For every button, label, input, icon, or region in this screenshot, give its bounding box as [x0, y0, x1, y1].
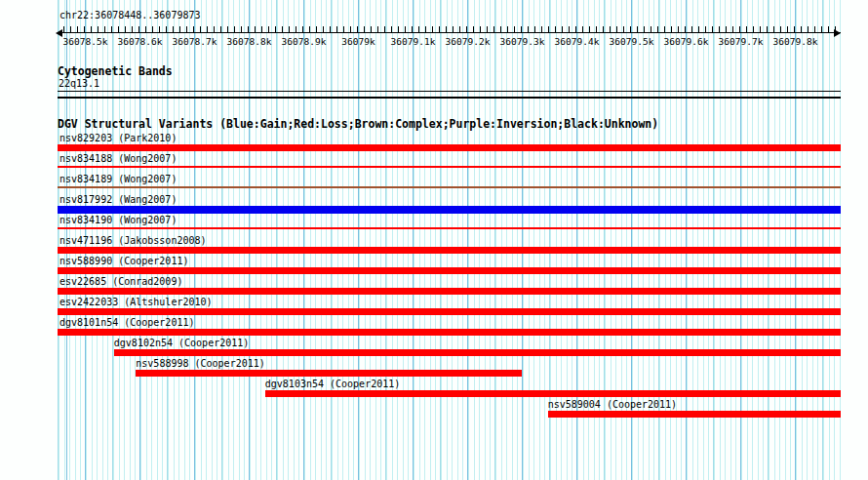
ruler-tick — [582, 26, 583, 33]
region-label: chr22:36078448..36079873 — [59, 10, 201, 20]
ruler-tick — [780, 26, 781, 33]
cytogenetic-band-bar[interactable] — [58, 91, 841, 92]
ruler-tick — [296, 26, 296, 33]
ruler-tick — [767, 26, 768, 33]
variant-bar[interactable] — [58, 144, 841, 151]
variant-label[interactable]: dgv8102n54 (Cooper2011) — [114, 338, 249, 348]
ruler-tick — [589, 26, 590, 33]
ruler-tick — [821, 26, 822, 33]
variant-bar[interactable] — [58, 329, 841, 336]
variant-bar[interactable] — [265, 390, 841, 397]
ruler-tick — [808, 26, 809, 33]
ruler-tick — [541, 26, 542, 33]
ruler-tick — [371, 26, 372, 33]
ruler-tick — [214, 26, 215, 33]
variant-bar[interactable] — [58, 308, 841, 315]
ruler-tick — [384, 26, 385, 33]
ruler-tick — [753, 26, 754, 33]
ruler-tick — [439, 26, 440, 33]
cytogenetic-band-label[interactable]: 22q13.1 — [59, 78, 99, 89]
variant-label[interactable]: nsv471196 (Jakobsson2008) — [59, 235, 207, 246]
ruler-tick — [302, 26, 303, 33]
ruler-tick — [493, 26, 494, 33]
ruler-tick — [118, 26, 119, 33]
ruler-tick — [698, 26, 699, 33]
ruler-tick — [616, 26, 617, 33]
ruler-tick-label: 36079.3k — [500, 36, 545, 47]
ruler-tick — [336, 26, 337, 33]
ruler-tick — [220, 26, 221, 33]
variant-bar[interactable] — [58, 206, 841, 214]
ruler-tick — [521, 26, 522, 33]
ruler-tick-label: 36079.1k — [391, 36, 436, 47]
variant-bar[interactable] — [114, 349, 841, 356]
variant-bar[interactable] — [58, 247, 841, 254]
ruler-tick — [671, 26, 672, 33]
ruler-tick — [487, 26, 488, 33]
variant-label[interactable]: dgv8101n54 (Cooper2011) — [59, 317, 194, 328]
ruler-tick — [357, 26, 358, 33]
ruler-tick — [760, 26, 761, 33]
ruler-tick — [630, 26, 631, 33]
ruler-tick — [316, 26, 317, 33]
variant-bar[interactable] — [58, 227, 841, 229]
ruler-tick — [787, 26, 788, 33]
variant-label[interactable]: dgv8103n54 (Cooper2011) — [265, 379, 400, 389]
ruler-tick — [664, 26, 665, 33]
variant-bar[interactable] — [58, 166, 841, 168]
ruler-tick-label: 36079.4k — [555, 36, 600, 47]
ruler-tick — [425, 26, 426, 33]
variant-label[interactable]: nsv834190 (Wong2007) — [59, 215, 177, 225]
variant-label[interactable]: nsv588990 (Cooper2011) — [59, 256, 188, 266]
ruler-tick — [268, 26, 269, 33]
ruler-tick — [138, 26, 139, 33]
ruler-tick — [637, 26, 638, 33]
variant-label[interactable]: esv22685 (Conrad2009) — [59, 276, 182, 287]
ruler-tick — [200, 26, 201, 33]
ruler-tick — [207, 26, 208, 33]
ruler-tick — [152, 26, 153, 33]
variant-label[interactable]: nsv829203 (Park2010) — [59, 133, 177, 143]
variant-label[interactable]: nsv589004 (Cooper2011) — [548, 399, 677, 410]
ruler-tick — [732, 26, 733, 33]
ruler-tick-label: 36079.6k — [664, 36, 709, 47]
ruler-axis-line — [58, 32, 841, 33]
ruler-tick — [350, 26, 351, 33]
dgv-track-title: DGV Structural Variants (Blue:Gain;Red:L… — [58, 117, 658, 131]
variant-label[interactable]: nsv588998 (Cooper2011) — [136, 358, 264, 369]
ruler-tick — [343, 26, 344, 33]
variant-bar[interactable] — [548, 411, 841, 418]
ruler-tick — [289, 26, 290, 33]
variant-label[interactable]: nsv817992 (Wang2007) — [59, 194, 177, 205]
ruler-tick — [84, 26, 85, 33]
variant-label[interactable]: nsv834189 (Wong2007) — [59, 174, 177, 184]
arrow-left-icon[interactable] — [56, 29, 62, 37]
variant-label[interactable]: esv2422033 (Altshuler2010) — [59, 297, 213, 307]
ruler-tick — [63, 26, 64, 33]
variant-bar[interactable] — [136, 370, 522, 377]
ruler-tick — [548, 26, 549, 33]
ruler-tick — [132, 26, 133, 33]
ruler-tick — [159, 26, 160, 33]
ruler-tick — [657, 26, 658, 33]
ruler-tick — [377, 26, 378, 33]
ruler-tick — [507, 26, 508, 33]
variant-label[interactable]: nsv834188 (Wong2007) — [59, 153, 177, 164]
ruler-tick — [234, 26, 235, 33]
ruler-tick-label: 36079.2k — [446, 36, 491, 47]
ruler-tick — [446, 26, 447, 33]
ruler-tick — [575, 26, 576, 33]
ruler-tick — [705, 26, 706, 33]
ruler-tick — [726, 26, 727, 33]
variant-bar[interactable] — [58, 288, 841, 295]
ruler-tick — [746, 26, 747, 33]
ruler-tick — [459, 26, 460, 33]
ruler-tick — [466, 26, 467, 33]
variant-bar[interactable] — [58, 267, 841, 274]
ruler-tick — [569, 26, 570, 33]
variant-bar[interactable] — [58, 186, 841, 188]
ruler-tick — [227, 26, 228, 33]
ruler-tick — [712, 26, 713, 33]
ruler-tick — [610, 26, 611, 33]
ruler-tick — [828, 26, 829, 33]
